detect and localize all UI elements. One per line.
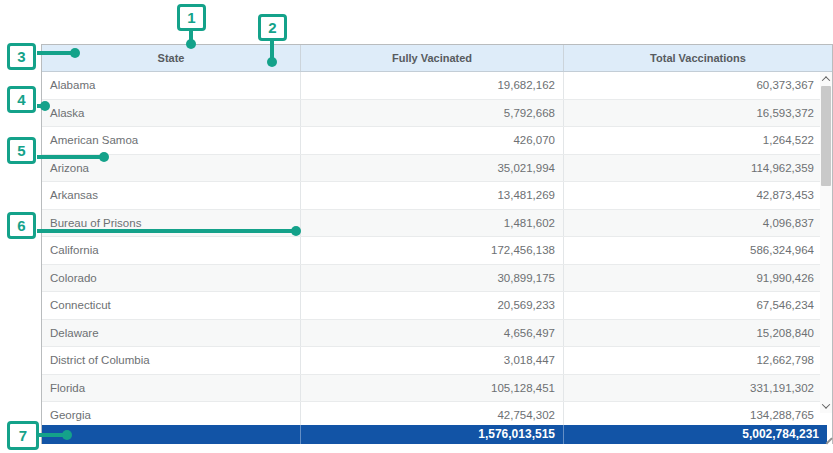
table-row[interactable]: American Samoa426,0701,264,522 bbox=[42, 127, 820, 155]
callout-3-box: 3 bbox=[7, 43, 36, 70]
callout-6-dot bbox=[291, 226, 301, 236]
fully-vaccinated-cell: 13,481,269 bbox=[300, 182, 563, 209]
table-row[interactable]: Alabama19,682,16260,373,367 bbox=[42, 72, 820, 100]
callout-4-box: 4 bbox=[7, 86, 36, 113]
state-cell: Alabama bbox=[42, 72, 300, 99]
fully-vaccinated-cell: 3,018,447 bbox=[300, 347, 563, 374]
state-cell: Delaware bbox=[42, 320, 300, 347]
total-vaccinations-cell: 331,191,302 bbox=[563, 375, 820, 402]
state-cell: Arkansas bbox=[42, 182, 300, 209]
total-vaccinations-cell: 42,873,453 bbox=[563, 182, 820, 209]
table-body: Alabama19,682,16260,373,367Alaska5,792,6… bbox=[42, 72, 820, 425]
callout-1-box: 1 bbox=[177, 4, 206, 31]
total-vaccinations-cell: 60,373,367 bbox=[563, 72, 820, 99]
callout-2-label: 2 bbox=[268, 20, 276, 35]
callout-6-box: 6 bbox=[7, 212, 36, 239]
callout-4-label: 4 bbox=[17, 92, 25, 107]
state-cell: American Samoa bbox=[42, 127, 300, 154]
scrollbar-thumb[interactable] bbox=[821, 86, 831, 186]
fully-vaccinated-cell: 4,656,497 bbox=[300, 320, 563, 347]
table-header: State Fully Vacinated Total Vaccinations bbox=[42, 45, 832, 72]
column-header-fully-vaccinated[interactable]: Fully Vacinated bbox=[300, 45, 563, 71]
table-row[interactable]: Georgia42,754,302134,288,765 bbox=[42, 402, 820, 425]
callout-5-label: 5 bbox=[17, 143, 25, 158]
table-row[interactable]: Arkansas13,481,26942,873,453 bbox=[42, 182, 820, 210]
callout-5-connector bbox=[37, 155, 104, 159]
table-row[interactable]: Florida105,128,451331,191,302 bbox=[42, 375, 820, 403]
state-cell: Connecticut bbox=[42, 292, 300, 319]
list-table-screenshot: State Fully Vacinated Total Vaccinations… bbox=[0, 0, 833, 453]
callout-2-box: 2 bbox=[258, 14, 287, 41]
column-header-state[interactable]: State bbox=[42, 45, 300, 71]
fully-vaccinated-cell: 1,481,602 bbox=[300, 210, 563, 237]
callout-3-dot bbox=[70, 48, 80, 58]
table-row[interactable]: Colorado30,899,17591,990,426 bbox=[42, 265, 820, 293]
callout-6-connector bbox=[37, 229, 296, 233]
total-vaccinations-cell: 91,990,426 bbox=[563, 265, 820, 292]
state-cell: District of Columbia bbox=[42, 347, 300, 374]
total-vaccinations-cell: 67,546,234 bbox=[563, 292, 820, 319]
state-cell: California bbox=[42, 237, 300, 264]
totals-total-vaccinations-cell: 5,002,784,231 bbox=[563, 425, 827, 444]
fully-vaccinated-cell: 172,456,138 bbox=[300, 237, 563, 264]
total-vaccinations-cell: 16,593,372 bbox=[563, 100, 820, 127]
callout-2-dot bbox=[267, 57, 277, 67]
callout-5-box: 5 bbox=[7, 137, 36, 164]
chevron-up-icon bbox=[822, 76, 830, 84]
fully-vaccinated-cell: 30,899,175 bbox=[300, 265, 563, 292]
callout-7-dot bbox=[62, 430, 72, 440]
fully-vaccinated-cell: 35,021,994 bbox=[300, 155, 563, 182]
table-row[interactable]: Alaska5,792,66816,593,372 bbox=[42, 100, 820, 128]
state-cell: Alaska bbox=[42, 100, 300, 127]
scroll-down-button[interactable] bbox=[820, 399, 832, 413]
total-vaccinations-cell: 12,662,798 bbox=[563, 347, 820, 374]
table-row[interactable]: Arizona35,021,994114,962,359 bbox=[42, 155, 820, 183]
callout-6-label: 6 bbox=[17, 218, 25, 233]
callout-4-dot bbox=[40, 101, 50, 111]
vertical-scrollbar[interactable] bbox=[820, 72, 832, 413]
callout-5-dot bbox=[99, 152, 109, 162]
state-cell: Florida bbox=[42, 375, 300, 402]
callout-7-label: 7 bbox=[19, 428, 27, 443]
callout-1-dot bbox=[186, 39, 196, 49]
fully-vaccinated-cell: 42,754,302 bbox=[300, 402, 563, 425]
total-vaccinations-cell: 4,096,837 bbox=[563, 210, 820, 237]
total-vaccinations-cell: 134,288,765 bbox=[563, 402, 820, 425]
fully-vaccinated-cell: 20,569,233 bbox=[300, 292, 563, 319]
total-vaccinations-cell: 114,962,359 bbox=[563, 155, 820, 182]
total-vaccinations-cell: 586,324,964 bbox=[563, 237, 820, 264]
total-vaccinations-cell: 15,208,840 bbox=[563, 320, 820, 347]
callout-7-box: 7 bbox=[7, 421, 39, 450]
state-cell: Colorado bbox=[42, 265, 300, 292]
table-row[interactable]: California172,456,138586,324,964 bbox=[42, 237, 820, 265]
total-vaccinations-cell: 1,264,522 bbox=[563, 127, 820, 154]
scroll-up-button[interactable] bbox=[820, 72, 832, 86]
callout-1-label: 1 bbox=[187, 10, 195, 25]
fully-vaccinated-cell: 426,070 bbox=[300, 127, 563, 154]
fully-vaccinated-cell: 5,792,668 bbox=[300, 100, 563, 127]
table-row[interactable]: Delaware4,656,49715,208,840 bbox=[42, 320, 820, 348]
fully-vaccinated-cell: 19,682,162 bbox=[300, 72, 563, 99]
column-header-total-vaccinations[interactable]: Total Vaccinations bbox=[563, 45, 832, 71]
table-row[interactable]: Connecticut20,569,23367,546,234 bbox=[42, 292, 820, 320]
fully-vaccinated-cell: 105,128,451 bbox=[300, 375, 563, 402]
resize-grip-icon[interactable] bbox=[824, 436, 833, 446]
table-row[interactable]: District of Columbia3,018,44712,662,798 bbox=[42, 347, 820, 375]
chevron-down-icon bbox=[822, 400, 830, 408]
totals-fully-vaccinated-cell: 1,576,013,515 bbox=[300, 425, 563, 444]
resize-grip-bar bbox=[826, 437, 833, 444]
totals-state-cell bbox=[42, 425, 300, 444]
state-cell: Georgia bbox=[42, 402, 300, 425]
callout-3-label: 3 bbox=[17, 49, 25, 64]
totals-row: 1,576,013,515 5,002,784,231 bbox=[42, 425, 827, 444]
